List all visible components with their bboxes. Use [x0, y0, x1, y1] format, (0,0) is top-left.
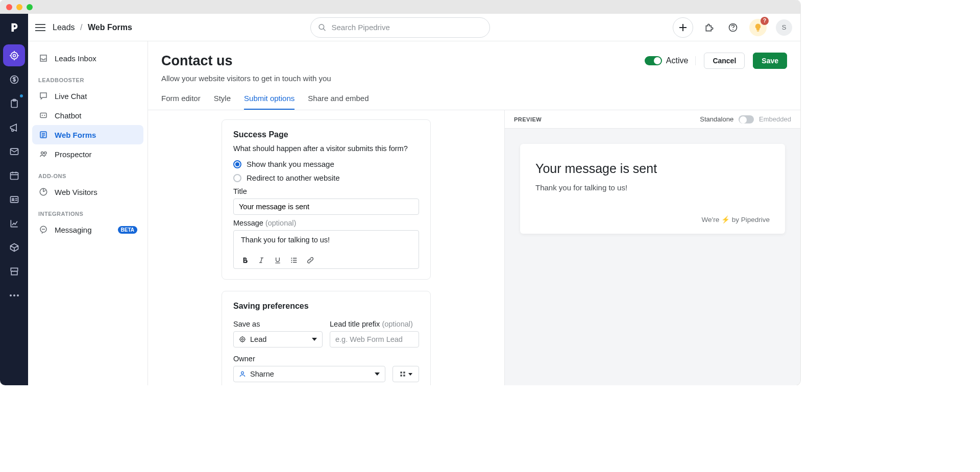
search-input[interactable]	[332, 23, 482, 32]
sidebar-head-addons: ADD-ONS	[32, 164, 143, 182]
preview-body-text: Thank you for talking to us!	[535, 183, 770, 192]
svg-rect-33	[403, 371, 405, 374]
sidebar-item-web-visitors[interactable]: Web Visitors	[32, 182, 143, 202]
sidebar-item-label: Prospector	[55, 150, 92, 159]
owner-label: Owner	[233, 355, 419, 363]
rail-mail[interactable]	[3, 140, 25, 162]
saving-preferences-card: Saving preferences Save as Lead	[222, 291, 431, 385]
save-button[interactable]: Save	[753, 53, 787, 69]
sidebar-item-prospector[interactable]: Prospector	[32, 144, 143, 164]
rail-campaigns[interactable]	[3, 116, 25, 138]
sidebar-item-label: Chatbot	[55, 111, 82, 120]
owner-value: Sharne	[250, 370, 274, 378]
lightbulb-icon	[753, 23, 763, 32]
person-icon	[239, 370, 246, 378]
svg-point-6	[13, 54, 15, 57]
radar-icon	[38, 187, 48, 196]
sidebar-item-leads-inbox[interactable]: Leads Inbox	[32, 48, 143, 68]
brand-logo[interactable]	[0, 14, 28, 41]
dollar-icon	[9, 74, 19, 85]
tab-share-embed[interactable]: Share and embed	[308, 94, 369, 110]
bot-icon	[38, 111, 48, 120]
menu-toggle-button[interactable]	[35, 24, 45, 31]
svg-point-0	[319, 24, 324, 29]
breadcrumb-sep: /	[80, 23, 82, 32]
rail-contacts[interactable]	[3, 188, 25, 210]
inbox-icon	[38, 54, 48, 63]
italic-button[interactable]	[257, 256, 265, 264]
more-icon	[9, 294, 19, 297]
radio-redirect[interactable]: Redirect to another website	[233, 173, 419, 182]
list-button[interactable]	[290, 256, 298, 264]
chat-icon	[38, 91, 48, 101]
tab-form-editor[interactable]: Form editor	[161, 94, 201, 110]
tips-button[interactable]: ?	[749, 19, 767, 36]
puzzle-icon	[704, 22, 715, 33]
message-editor[interactable]: Thank you for talking to us!	[233, 230, 419, 269]
rail-marketplace[interactable]	[3, 260, 25, 282]
preview-head-label: PREVIEW	[514, 116, 542, 122]
svg-rect-11	[10, 172, 18, 179]
rail-projects[interactable]	[3, 92, 25, 114]
svg-point-19	[44, 115, 45, 116]
preview-mode-toggle[interactable]	[739, 115, 754, 123]
breadcrumb-parent[interactable]: Leads	[53, 23, 75, 32]
rail-products[interactable]	[3, 236, 25, 258]
window-max-dot[interactable]	[27, 4, 33, 10]
cancel-button[interactable]: Cancel	[704, 53, 745, 69]
preview-mode-standalone[interactable]: Standalone	[700, 115, 733, 123]
box-icon	[9, 242, 19, 253]
radio-on-icon	[233, 160, 241, 168]
sidebar-item-live-chat[interactable]: Live Chat	[32, 86, 143, 106]
radio-thank-you[interactable]: Show thank you message	[233, 160, 419, 168]
rail-more[interactable]	[3, 284, 25, 306]
avatar[interactable]: S	[776, 19, 792, 36]
lead-target-icon	[239, 336, 246, 343]
rail-activities[interactable]	[3, 164, 25, 186]
bold-button[interactable]	[241, 256, 249, 264]
svg-point-27	[291, 260, 292, 261]
nav-rail	[0, 41, 28, 385]
prefix-label: Lead title prefix (optional)	[330, 320, 419, 328]
rail-leads[interactable]	[3, 44, 25, 66]
owner-select[interactable]: Sharne	[233, 366, 385, 382]
tab-style[interactable]: Style	[214, 94, 231, 110]
sidebar-item-messaging[interactable]: MessagingBETA	[32, 220, 143, 239]
save-as-value: Lead	[250, 335, 266, 343]
svg-rect-34	[400, 375, 402, 377]
window-titlebar	[0, 0, 800, 14]
underline-button[interactable]	[274, 256, 282, 264]
save-as-select[interactable]: Lead	[233, 331, 323, 347]
svg-point-22	[41, 152, 44, 155]
message-content[interactable]: Thank you for talking to us!	[241, 236, 411, 251]
svg-point-30	[241, 338, 243, 340]
calendar-icon	[9, 170, 19, 181]
rail-insights[interactable]	[3, 212, 25, 234]
window-min-dot[interactable]	[16, 4, 22, 10]
link-button[interactable]	[306, 256, 314, 264]
help-icon	[728, 22, 738, 33]
contact-card-icon	[9, 194, 19, 205]
sidebar-item-chatbot[interactable]: Chatbot	[32, 106, 143, 125]
marketplace-button[interactable]	[702, 20, 717, 35]
bold-icon	[241, 256, 249, 264]
quick-add-button[interactable]	[673, 17, 693, 38]
prefix-input[interactable]	[330, 331, 419, 347]
tab-submit-options[interactable]: Submit options	[244, 94, 295, 110]
active-toggle[interactable]	[645, 56, 662, 65]
underline-icon	[274, 256, 282, 264]
rail-deals[interactable]	[3, 68, 25, 90]
clipboard-icon	[9, 98, 19, 109]
preview-mode-embedded[interactable]: Embedded	[759, 115, 791, 123]
help-button[interactable]	[726, 20, 740, 35]
saving-heading: Saving preferences	[233, 302, 419, 311]
sidebar-item-label: Messaging	[55, 226, 92, 234]
mail-icon	[9, 146, 19, 157]
plus-icon	[679, 23, 687, 32]
message-label: Message (optional)	[233, 219, 419, 227]
owner-extra-select[interactable]	[393, 366, 419, 382]
window-close-dot[interactable]	[6, 4, 12, 10]
sidebar-item-web-forms[interactable]: Web Forms	[32, 125, 143, 144]
search-input-wrap[interactable]	[310, 17, 490, 38]
title-input[interactable]	[233, 198, 419, 215]
